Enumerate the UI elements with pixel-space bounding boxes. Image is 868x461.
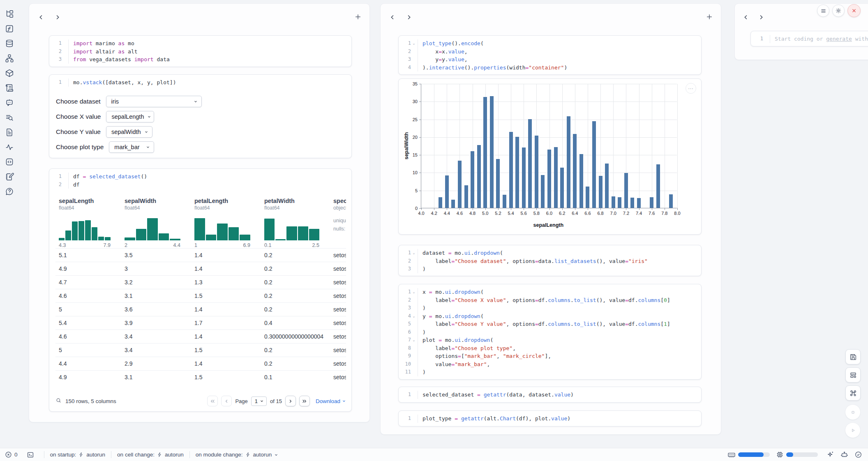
error-count-indicator[interactable]: 0 xyxy=(5,451,18,458)
chevron-left-icon[interactable] xyxy=(389,14,396,21)
code-line[interactable]: 2 label="Choose X value", options=df.col… xyxy=(399,296,701,304)
code-line[interactable]: 1import marimo as mo xyxy=(49,39,351,48)
column-header-sepalWidth[interactable]: sepalWidthfloat6424.4 xyxy=(121,194,191,248)
code-line[interactable]: 7⌄plot = mo.ui.dropdown( xyxy=(399,336,701,344)
on-startup-toggle[interactable]: on startup:autorun xyxy=(50,452,106,458)
code-line[interactable]: 1⌄dataset = mo.ui.dropdown( xyxy=(399,249,701,257)
first-page-button[interactable] xyxy=(207,396,218,406)
cell-imports[interactable]: 1import marimo as mo2import altair as al… xyxy=(49,35,352,67)
fold-marker-icon[interactable]: ⌄ xyxy=(411,249,417,257)
download-button[interactable]: Download xyxy=(316,398,346,404)
code-line[interactable]: 11) xyxy=(399,368,701,376)
activity-pulse-icon[interactable] xyxy=(5,143,14,152)
fold-marker-icon[interactable]: ⌄ xyxy=(411,312,417,320)
chatbot-button[interactable] xyxy=(840,451,848,459)
cell-plot-type[interactable]: 1plot_type = getattr(alt.Chart(df), plot… xyxy=(398,410,702,426)
page-select[interactable]: 1 xyxy=(251,396,267,406)
stop-button[interactable] xyxy=(845,404,861,420)
code-line[interactable]: 1selected_dataset = getattr(data, datase… xyxy=(399,391,701,399)
database-icon[interactable] xyxy=(5,39,14,48)
package-cube-icon[interactable] xyxy=(5,69,14,78)
column-header-petalWidth[interactable]: petalWidthfloat640.12.5 xyxy=(261,194,330,248)
code-line[interactable]: 1⌄x = mo.ui.dropdown( xyxy=(399,288,701,296)
scroll-script-icon[interactable] xyxy=(5,83,14,92)
code-line[interactable]: 1⌄plot_type().encode( xyxy=(399,39,701,48)
layout-button[interactable] xyxy=(845,367,861,383)
file-tree-icon[interactable] xyxy=(5,9,14,18)
code-line[interactable]: 2df xyxy=(49,181,351,189)
dropdown-select-choose-x-value[interactable]: sepalLength xyxy=(106,111,154,122)
code-line[interactable]: 5 label="Choose Y value", options=df.col… xyxy=(399,320,701,328)
add-cell-button[interactable] xyxy=(354,13,362,21)
document-icon[interactable] xyxy=(5,128,14,137)
table-cell: 3.6 xyxy=(121,303,191,316)
code-line[interactable]: 9 options=["mark_bar", "mark_circle"], xyxy=(399,352,701,360)
fold-marker-icon[interactable]: ⌄ xyxy=(411,288,417,296)
on-module-change-toggle[interactable]: on module change:autorun xyxy=(196,452,279,458)
code-line[interactable]: 1mo.vstack([dataset, x, y, plot]) xyxy=(49,78,351,87)
on-cell-change-toggle[interactable]: on cell change:autorun xyxy=(117,452,184,458)
code-line[interactable]: 2 x=x.value, xyxy=(399,48,701,56)
code-line[interactable]: 4).interactive().properties(width="conta… xyxy=(399,64,701,72)
table-cell: 1.4 xyxy=(191,330,261,343)
dropdown-select-choose-dataset[interactable]: iris xyxy=(106,96,202,107)
help-bubble-icon[interactable] xyxy=(5,187,14,196)
chevron-right-icon[interactable] xyxy=(54,14,61,21)
dropdown-select-choose-y-value[interactable]: sepalWidth xyxy=(106,126,152,138)
code-line[interactable]: 6) xyxy=(399,328,701,337)
cell-vstack[interactable]: 1mo.vstack([dataset, x, y, plot]) Choose… xyxy=(49,74,352,158)
fold-marker-icon[interactable]: ⌄ xyxy=(411,39,417,48)
next-page-button[interactable] xyxy=(285,396,296,406)
scratchpad-icon[interactable] xyxy=(5,172,14,181)
code-line[interactable]: 3 y=y.value, xyxy=(399,55,701,64)
code-line[interactable]: 3) xyxy=(399,304,701,312)
settings-gear-button[interactable] xyxy=(832,5,845,17)
column-header-petalLength[interactable]: petalLengthfloat6416.9 xyxy=(191,194,261,248)
chevron-left-icon[interactable] xyxy=(37,14,45,21)
code-line[interactable]: 3) xyxy=(399,265,701,273)
fold-marker-icon[interactable]: ⌄ xyxy=(411,336,417,344)
function-square-icon[interactable] xyxy=(5,24,14,33)
last-page-button[interactable] xyxy=(299,396,310,406)
cell-plot-code[interactable]: 1⌄plot_type().encode(2 x=x.value,3 y=y.v… xyxy=(398,35,702,75)
chart-bar xyxy=(477,145,481,208)
code-line[interactable]: 1plot_type = getattr(alt.Chart(df), plot… xyxy=(399,415,701,423)
command-palette-button[interactable] xyxy=(845,385,861,401)
code-snippet-icon[interactable] xyxy=(5,157,14,166)
run-all-button[interactable] xyxy=(845,422,861,438)
code-line[interactable]: 3from vega_datasets import data xyxy=(49,55,351,64)
cell-selected-dataset[interactable]: 1selected_dataset = getattr(data, datase… xyxy=(398,387,702,403)
connection-status-icon[interactable] xyxy=(854,451,862,459)
shutdown-close-button[interactable] xyxy=(847,4,861,17)
cell-new-empty[interactable]: 1 Start coding or generate with xyxy=(750,31,868,46)
code-line[interactable]: 1df = selected_dataset() xyxy=(49,173,351,181)
list-search-icon[interactable] xyxy=(5,113,14,122)
terminal-icon[interactable] xyxy=(27,451,34,459)
chevron-right-icon[interactable] xyxy=(405,14,413,21)
column-header-species[interactable]: speciesobjectunique:nulls: xyxy=(330,194,346,248)
search-icon[interactable] xyxy=(55,397,62,405)
prev-page-button[interactable] xyxy=(221,396,232,406)
ai-sparkles-button[interactable] xyxy=(826,451,834,459)
cell-dataframe[interactable]: 1df = selected_dataset()2df sepalLengthf… xyxy=(49,168,352,412)
code-line[interactable]: 2 label="Choose dataset", options=data.l… xyxy=(399,257,701,265)
dependency-graph-icon[interactable] xyxy=(5,54,14,63)
code-line[interactable]: 8 label="Choose plot type", xyxy=(399,344,701,353)
add-cell-button[interactable] xyxy=(705,13,713,21)
chevron-left-icon[interactable] xyxy=(742,14,750,21)
generate-link[interactable]: generate xyxy=(826,36,852,42)
code-line[interactable]: 2import altair as alt xyxy=(49,48,351,56)
cell-xy-plot-dropdowns[interactable]: 1⌄x = mo.ui.dropdown(2 label="Choose X v… xyxy=(398,284,702,380)
cell-dataset-dropdown[interactable]: 1⌄dataset = mo.ui.dropdown(2 label="Choo… xyxy=(398,245,702,276)
table-row: 5.43.91.70.4setosa xyxy=(55,316,346,330)
dropdown-select-choose-plot-type[interactable]: mark_bar xyxy=(109,141,154,153)
editor-placeholder[interactable]: Start coding or generate with xyxy=(770,35,868,43)
code-line[interactable]: 4⌄y = mo.ui.dropdown( xyxy=(399,312,701,320)
code-line[interactable]: 10 value="mark_bar", xyxy=(399,360,701,369)
save-button[interactable] xyxy=(845,349,861,364)
chevron-right-icon[interactable] xyxy=(757,14,765,21)
menu-button[interactable] xyxy=(817,5,829,17)
chart-menu-button[interactable]: ⋯ xyxy=(686,83,696,94)
column-header-sepalLength[interactable]: sepalLengthfloat644.37.9 xyxy=(55,194,121,248)
chat-bot-icon[interactable] xyxy=(5,98,14,107)
